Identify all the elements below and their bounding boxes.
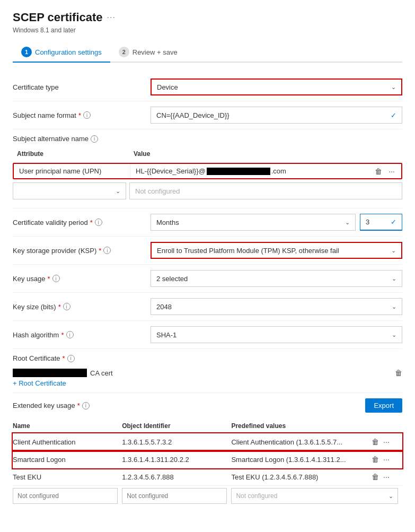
eku-empty-row: Not configured ⌄ bbox=[13, 486, 402, 507]
eku-empty-chevron: ⌄ bbox=[388, 493, 393, 500]
validity-unit-chevron: ⌄ bbox=[345, 219, 350, 226]
eku-delete-btn-1[interactable]: 🗑 bbox=[370, 455, 380, 464]
eku-row-2: Test EKU 1.2.3.4.5.6.7.888 Test EKU (1.2… bbox=[13, 468, 402, 486]
info-icon-ksp[interactable]: i bbox=[103, 247, 111, 254]
eku-row-0-predefined: Client Authentication (1.3.6.1.5.5.7... bbox=[231, 433, 370, 451]
eku-row-0: Client Authentication 1.3.6.1.5.5.7.3.2 … bbox=[13, 433, 402, 451]
san-row-0-attribute: User principal name (UPN) bbox=[14, 164, 130, 178]
certificate-type-row: Certificate type Device ⌄ bbox=[13, 73, 402, 101]
tab-configuration-settings[interactable]: 1 Configuration settings bbox=[13, 42, 110, 63]
eku-row-1-predefined: Smartcard Logon (1.3.6.1.4.1.311.2... bbox=[231, 451, 370, 468]
validity-unit-select[interactable]: Months ⌄ bbox=[151, 214, 356, 231]
san-row-0: User principal name (UPN) HL-{{Device_Se… bbox=[13, 163, 402, 179]
certificate-type-label: Certificate type bbox=[13, 83, 151, 91]
required-marker-cvp: * bbox=[90, 219, 93, 226]
key-size-chevron: ⌄ bbox=[392, 303, 396, 310]
san-empty-select[interactable]: ⌄ bbox=[13, 182, 126, 199]
san-row-0-value: HL-{{Device_Serial}}@ .com bbox=[130, 164, 368, 178]
subject-name-format-control[interactable]: CN={{AAD_Device_ID}} ✓ bbox=[151, 107, 402, 124]
key-usage-row: Key usage * i 2 selected ⌄ bbox=[13, 265, 402, 293]
root-cert-delete-btn[interactable]: 🗑 bbox=[395, 369, 402, 377]
key-usage-value: 2 selected bbox=[156, 275, 188, 283]
tab-review-save[interactable]: 2 Review + save bbox=[110, 42, 186, 63]
san-more-btn-0[interactable]: ··· bbox=[386, 166, 397, 177]
san-col-value: Value bbox=[129, 148, 402, 160]
eku-col-actions bbox=[370, 419, 402, 433]
san-row-0-actions: 🗑 ··· bbox=[368, 166, 401, 177]
required-marker-ks: * bbox=[58, 303, 61, 311]
tab-review-label: Review + save bbox=[133, 48, 178, 56]
key-usage-control[interactable]: 2 selected ⌄ bbox=[151, 270, 402, 287]
certificate-type-chevron: ⌄ bbox=[391, 84, 396, 91]
info-icon-cvp[interactable]: i bbox=[95, 219, 102, 226]
info-icon-ha[interactable]: i bbox=[66, 331, 74, 338]
eku-empty-predefined[interactable]: Not configured ⌄ bbox=[231, 486, 402, 507]
page-title: SCEP certificate bbox=[13, 11, 103, 24]
info-icon-rc[interactable]: i bbox=[67, 355, 75, 362]
eku-row-2-oid: 1.2.3.4.5.6.7.888 bbox=[122, 468, 231, 486]
tab-config-num: 1 bbox=[21, 47, 32, 57]
san-empty-row: ⌄ Not configured bbox=[13, 182, 402, 199]
eku-row-0-actions: 🗑 ··· bbox=[370, 433, 402, 451]
san-value-suffix: .com bbox=[271, 167, 286, 175]
eku-row-1-oid: 1.3.6.1.4.1.311.20.2.2 bbox=[122, 451, 231, 468]
root-cert-suffix: CA cert bbox=[90, 369, 113, 377]
eku-delete-btn-0[interactable]: 🗑 bbox=[370, 438, 380, 446]
eku-col-oid: Object Identifier bbox=[122, 419, 231, 433]
eku-col-predefined: Predefined values bbox=[231, 419, 370, 433]
ksp-control[interactable]: Enroll to Trusted Platform Module (TPM) … bbox=[151, 242, 402, 259]
add-root-cert-link[interactable]: + Root Certificate bbox=[13, 379, 66, 387]
subject-name-format-label: Subject name format * i bbox=[13, 111, 151, 119]
validity-period-row: Certificate validity period * i Months ⌄… bbox=[13, 208, 402, 237]
info-icon-snf[interactable]: i bbox=[83, 111, 91, 119]
validity-num-input[interactable]: 3 ✓ bbox=[360, 214, 402, 231]
san-col-attribute: Attribute bbox=[13, 148, 129, 160]
hash-algorithm-row: Hash algorithm * i SHA-1 ⌄ bbox=[13, 321, 402, 349]
ksp-label: Key storage provider (KSP) * i bbox=[13, 247, 151, 255]
san-empty-input: Not configured bbox=[129, 182, 402, 199]
eku-more-btn-0[interactable]: ··· bbox=[382, 438, 391, 446]
eku-label: Extended key usage bbox=[13, 402, 75, 409]
root-cert-item: CA cert 🗑 bbox=[13, 367, 402, 379]
eku-more-btn-1[interactable]: ··· bbox=[382, 455, 391, 464]
info-icon-ks[interactable]: i bbox=[63, 303, 70, 310]
eku-delete-btn-2[interactable]: 🗑 bbox=[370, 473, 380, 481]
page-ellipsis[interactable]: ··· bbox=[107, 13, 116, 22]
key-size-value: 2048 bbox=[156, 303, 172, 311]
info-icon-san[interactable]: i bbox=[91, 135, 98, 143]
eku-row-1-name: Smartcard Logon bbox=[13, 451, 122, 468]
eku-row-1: Smartcard Logon 1.3.6.1.4.1.311.20.2.2 S… bbox=[13, 451, 402, 468]
subject-name-format-check: ✓ bbox=[391, 111, 396, 119]
export-button[interactable]: Export bbox=[365, 398, 402, 413]
eku-row-2-predefined: Test EKU (1.2.3.4.5.6.7.888) bbox=[231, 468, 370, 486]
required-marker: * bbox=[78, 111, 81, 119]
certificate-type-control[interactable]: Device ⌄ bbox=[151, 79, 402, 95]
eku-row-2-name: Test EKU bbox=[13, 468, 122, 486]
eku-empty-oid[interactable] bbox=[122, 486, 231, 507]
info-icon-ku[interactable]: i bbox=[52, 275, 60, 282]
required-marker-rc: * bbox=[63, 354, 65, 362]
validity-period-label: Certificate validity period * i bbox=[13, 219, 151, 226]
key-size-control[interactable]: 2048 ⌄ bbox=[151, 298, 402, 315]
validity-check: ✓ bbox=[391, 218, 396, 226]
eku-row-2-actions: 🗑 ··· bbox=[370, 468, 402, 486]
san-delete-btn-0[interactable]: 🗑 bbox=[373, 166, 384, 177]
eku-empty-name[interactable] bbox=[13, 486, 122, 507]
required-marker-eku: * bbox=[77, 402, 80, 409]
ksp-row: Key storage provider (KSP) * i Enroll to… bbox=[13, 237, 402, 265]
eku-more-btn-2[interactable]: ··· bbox=[382, 473, 391, 481]
validity-unit-value: Months bbox=[156, 219, 179, 226]
san-label: Subject alternative name bbox=[13, 135, 89, 143]
san-empty-chevron: ⌄ bbox=[116, 188, 120, 195]
validity-period-control: Months ⌄ 3 ✓ bbox=[151, 214, 402, 231]
hash-algorithm-control[interactable]: SHA-1 ⌄ bbox=[151, 326, 402, 343]
info-icon-eku[interactable]: i bbox=[82, 402, 90, 409]
validity-num-value: 3 bbox=[366, 218, 369, 226]
san-value-prefix: HL-{{Device_Serial}}@ bbox=[136, 167, 206, 175]
key-usage-label: Key usage * i bbox=[13, 275, 151, 283]
eku-section: Extended key usage * i Export Name Objec… bbox=[13, 393, 402, 511]
san-section: Subject alternative name i Attribute Val… bbox=[13, 129, 402, 208]
required-marker-ku: * bbox=[47, 275, 50, 283]
san-value-redacted bbox=[207, 168, 270, 175]
root-cert-redacted bbox=[13, 369, 87, 377]
